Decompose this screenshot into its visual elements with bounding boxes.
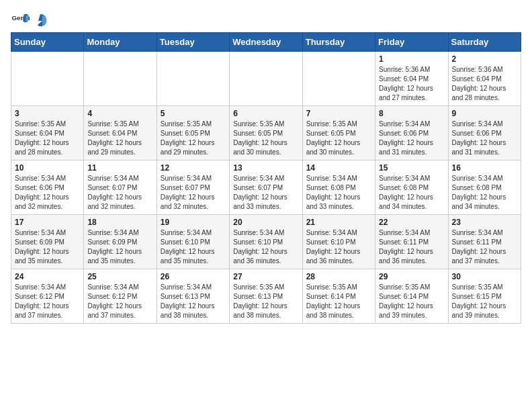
day-info: Sunrise: 5:35 AM Sunset: 6:14 PM Dayligh… (379, 283, 444, 320)
day-info: Sunrise: 5:35 AM Sunset: 6:04 PM Dayligh… (15, 120, 80, 157)
calendar-cell: 27Sunrise: 5:35 AM Sunset: 6:13 PM Dayli… (230, 269, 302, 324)
calendar-cell: 2Sunrise: 5:36 AM Sunset: 6:04 PM Daylig… (448, 52, 521, 106)
day-number: 30 (452, 272, 517, 281)
col-header-thursday: Thursday (302, 33, 375, 52)
day-number: 26 (161, 272, 226, 281)
day-number: 11 (87, 163, 152, 173)
col-header-friday: Friday (375, 33, 448, 52)
day-info: Sunrise: 5:34 AM Sunset: 6:08 PM Dayligh… (379, 174, 444, 212)
day-number: 4 (87, 109, 152, 118)
day-info: Sunrise: 5:34 AM Sunset: 6:07 PM Dayligh… (87, 174, 152, 212)
col-header-tuesday: Tuesday (157, 33, 229, 52)
day-number: 9 (452, 109, 517, 118)
col-header-saturday: Saturday (448, 33, 521, 52)
col-header-monday: Monday (84, 33, 157, 52)
calendar-cell: 30Sunrise: 5:35 AM Sunset: 6:15 PM Dayli… (448, 269, 521, 324)
day-number: 14 (306, 163, 371, 173)
day-number: 24 (15, 272, 80, 281)
calendar-cell: 24Sunrise: 5:34 AM Sunset: 6:12 PM Dayli… (11, 269, 84, 324)
day-info: Sunrise: 5:34 AM Sunset: 6:09 PM Dayligh… (87, 228, 152, 266)
calendar-cell: 23Sunrise: 5:34 AM Sunset: 6:11 PM Dayli… (448, 215, 521, 269)
calendar-cell: 18Sunrise: 5:34 AM Sunset: 6:09 PM Dayli… (84, 215, 157, 269)
calendar-cell: 28Sunrise: 5:35 AM Sunset: 6:14 PM Dayli… (302, 269, 375, 324)
day-info: Sunrise: 5:34 AM Sunset: 6:08 PM Dayligh… (452, 174, 517, 212)
calendar-cell: 11Sunrise: 5:34 AM Sunset: 6:07 PM Dayli… (84, 161, 157, 215)
day-info: Sunrise: 5:34 AM Sunset: 6:07 PM Dayligh… (161, 174, 226, 212)
day-info: Sunrise: 5:34 AM Sunset: 6:10 PM Dayligh… (233, 228, 298, 266)
calendar-cell: 5Sunrise: 5:35 AM Sunset: 6:05 PM Daylig… (157, 106, 229, 161)
calendar-cell (11, 52, 84, 106)
day-info: Sunrise: 5:34 AM Sunset: 6:12 PM Dayligh… (15, 283, 80, 320)
day-info: Sunrise: 5:34 AM Sunset: 6:06 PM Dayligh… (452, 120, 517, 157)
day-number: 8 (379, 109, 444, 118)
calendar-cell: 22Sunrise: 5:34 AM Sunset: 6:11 PM Dayli… (375, 215, 448, 269)
calendar-cell: 14Sunrise: 5:34 AM Sunset: 6:08 PM Dayli… (302, 161, 375, 215)
calendar-cell: 29Sunrise: 5:35 AM Sunset: 6:14 PM Dayli… (375, 269, 448, 324)
day-info: Sunrise: 5:34 AM Sunset: 6:11 PM Dayligh… (452, 228, 517, 266)
calendar-cell: 6Sunrise: 5:35 AM Sunset: 6:05 PM Daylig… (230, 106, 302, 161)
calendar-cell: 25Sunrise: 5:34 AM Sunset: 6:12 PM Dayli… (84, 269, 157, 324)
logo: General (11, 11, 48, 30)
calendar-week-row: 24Sunrise: 5:34 AM Sunset: 6:12 PM Dayli… (11, 269, 521, 324)
calendar-cell: 17Sunrise: 5:34 AM Sunset: 6:09 PM Dayli… (11, 215, 84, 269)
day-info: Sunrise: 5:35 AM Sunset: 6:14 PM Dayligh… (306, 283, 371, 320)
calendar-header-row: SundayMondayTuesdayWednesdayThursdayFrid… (11, 33, 521, 52)
calendar-cell: 12Sunrise: 5:34 AM Sunset: 6:07 PM Dayli… (157, 161, 229, 215)
logo-arrow-icon (33, 13, 48, 28)
day-number: 22 (379, 218, 444, 227)
day-number: 20 (233, 218, 298, 227)
calendar-week-row: 3Sunrise: 5:35 AM Sunset: 6:04 PM Daylig… (11, 106, 521, 161)
day-number: 15 (379, 163, 444, 173)
calendar-cell: 3Sunrise: 5:35 AM Sunset: 6:04 PM Daylig… (11, 106, 84, 161)
day-number: 2 (452, 54, 517, 64)
calendar-cell: 13Sunrise: 5:34 AM Sunset: 6:07 PM Dayli… (230, 161, 302, 215)
day-number: 13 (233, 163, 298, 173)
day-info: Sunrise: 5:34 AM Sunset: 6:06 PM Dayligh… (379, 120, 444, 157)
calendar-cell (157, 52, 229, 106)
page-header: General (11, 11, 521, 30)
day-info: Sunrise: 5:34 AM Sunset: 6:13 PM Dayligh… (161, 283, 226, 320)
calendar-cell (230, 52, 302, 106)
calendar-cell: 15Sunrise: 5:34 AM Sunset: 6:08 PM Dayli… (375, 161, 448, 215)
calendar-cell: 9Sunrise: 5:34 AM Sunset: 6:06 PM Daylig… (448, 106, 521, 161)
calendar-cell: 7Sunrise: 5:35 AM Sunset: 6:05 PM Daylig… (302, 106, 375, 161)
day-number: 16 (452, 163, 517, 173)
day-number: 1 (379, 54, 444, 64)
day-number: 6 (233, 109, 298, 118)
day-info: Sunrise: 5:34 AM Sunset: 6:07 PM Dayligh… (233, 174, 298, 212)
logo-icon: General (11, 11, 30, 30)
day-number: 5 (161, 109, 226, 118)
calendar-cell (302, 52, 375, 106)
calendar-cell (84, 52, 157, 106)
day-number: 19 (161, 218, 226, 227)
day-info: Sunrise: 5:35 AM Sunset: 6:13 PM Dayligh… (233, 283, 298, 320)
calendar-cell: 19Sunrise: 5:34 AM Sunset: 6:10 PM Dayli… (157, 215, 229, 269)
day-info: Sunrise: 5:35 AM Sunset: 6:05 PM Dayligh… (233, 120, 298, 157)
day-info: Sunrise: 5:35 AM Sunset: 6:05 PM Dayligh… (306, 120, 371, 157)
day-info: Sunrise: 5:34 AM Sunset: 6:09 PM Dayligh… (15, 228, 80, 266)
day-info: Sunrise: 5:34 AM Sunset: 6:11 PM Dayligh… (379, 228, 444, 266)
day-number: 3 (15, 109, 80, 118)
calendar-cell: 26Sunrise: 5:34 AM Sunset: 6:13 PM Dayli… (157, 269, 229, 324)
col-header-wednesday: Wednesday (230, 33, 302, 52)
day-info: Sunrise: 5:35 AM Sunset: 6:05 PM Dayligh… (161, 120, 226, 157)
calendar-week-row: 10Sunrise: 5:34 AM Sunset: 6:06 PM Dayli… (11, 161, 521, 215)
day-number: 23 (452, 218, 517, 227)
calendar-cell: 1Sunrise: 5:36 AM Sunset: 6:04 PM Daylig… (375, 52, 448, 106)
day-info: Sunrise: 5:35 AM Sunset: 6:04 PM Dayligh… (87, 120, 152, 157)
day-info: Sunrise: 5:34 AM Sunset: 6:10 PM Dayligh… (161, 228, 226, 266)
day-number: 18 (87, 218, 152, 227)
day-number: 12 (161, 163, 226, 173)
day-info: Sunrise: 5:34 AM Sunset: 6:06 PM Dayligh… (15, 174, 80, 212)
day-number: 29 (379, 272, 444, 281)
calendar-cell: 4Sunrise: 5:35 AM Sunset: 6:04 PM Daylig… (84, 106, 157, 161)
day-info: Sunrise: 5:35 AM Sunset: 6:15 PM Dayligh… (452, 283, 517, 320)
day-number: 10 (15, 163, 80, 173)
day-number: 27 (233, 272, 298, 281)
calendar-cell: 10Sunrise: 5:34 AM Sunset: 6:06 PM Dayli… (11, 161, 84, 215)
calendar-cell: 20Sunrise: 5:34 AM Sunset: 6:10 PM Dayli… (230, 215, 302, 269)
calendar-cell: 21Sunrise: 5:34 AM Sunset: 6:10 PM Dayli… (302, 215, 375, 269)
calendar-cell: 8Sunrise: 5:34 AM Sunset: 6:06 PM Daylig… (375, 106, 448, 161)
calendar-table: SundayMondayTuesdayWednesdayThursdayFrid… (11, 32, 521, 324)
day-info: Sunrise: 5:34 AM Sunset: 6:08 PM Dayligh… (306, 174, 371, 212)
